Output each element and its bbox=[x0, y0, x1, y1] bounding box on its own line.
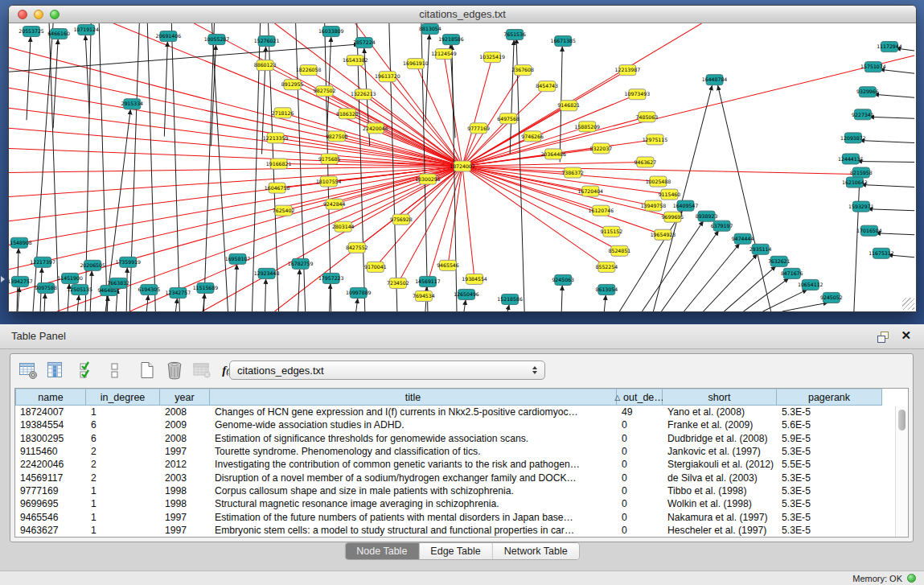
table-row[interactable]: 946554611997Estimation of the future num… bbox=[15, 510, 908, 523]
svg-text:8912955: 8912955 bbox=[281, 81, 304, 87]
tab-node-table[interactable]: Node Table bbox=[345, 543, 419, 559]
table-vertical-scrollbar[interactable] bbox=[895, 406, 908, 537]
table-row[interactable]: 969969511998Structural magnetic resonanc… bbox=[15, 497, 908, 510]
svg-text:11548908: 11548908 bbox=[9, 240, 32, 245]
svg-text:16782759: 16782759 bbox=[288, 261, 314, 266]
svg-text:9777169: 9777169 bbox=[467, 126, 490, 131]
cell: 0 bbox=[617, 459, 663, 470]
table-panel-body: f(x) citations_edges.txt namein_degreeye… bbox=[10, 353, 914, 542]
table-selector-dropdown[interactable]: citations_edges.txt bbox=[229, 360, 545, 380]
cell: 5.3E-5 bbox=[777, 472, 882, 484]
svg-text:18226058: 18226058 bbox=[296, 67, 322, 72]
cell: 14569117 bbox=[15, 472, 86, 484]
delete-selected-icon[interactable] bbox=[163, 360, 185, 381]
svg-text:20364486: 20364486 bbox=[540, 151, 566, 157]
svg-text:11451900: 11451900 bbox=[57, 275, 83, 281]
table-row[interactable]: 1456911722003Disruption of a novel membe… bbox=[15, 471, 908, 484]
svg-text:18107554: 18107554 bbox=[316, 179, 342, 184]
svg-text:16961910: 16961910 bbox=[403, 60, 429, 66]
cell: Tourette syndrome. Phenomenology and cla… bbox=[210, 446, 617, 457]
svg-text:16033809: 16033809 bbox=[318, 28, 344, 34]
cell: Genome-wide association studies in ADHD. bbox=[210, 419, 617, 431]
svg-text:9463627: 9463627 bbox=[634, 159, 657, 165]
svg-text:18300295: 18300295 bbox=[415, 176, 441, 182]
svg-text:16210643: 16210643 bbox=[842, 179, 868, 185]
table-row[interactable]: 911546021997Tourette syndrome. Phenomeno… bbox=[15, 445, 908, 458]
cell: 1997 bbox=[160, 446, 210, 457]
svg-text:9245063: 9245063 bbox=[552, 277, 574, 282]
svg-text:19654923: 19654923 bbox=[651, 232, 676, 237]
svg-text:9115460: 9115460 bbox=[659, 192, 681, 197]
column-header[interactable]: short bbox=[663, 389, 777, 406]
tab-network-table[interactable]: Network Table bbox=[493, 543, 579, 559]
close-panel-icon[interactable]: ✕ bbox=[901, 328, 911, 342]
svg-text:18724007: 18724007 bbox=[450, 163, 475, 169]
svg-text:8427552: 8427552 bbox=[346, 245, 368, 250]
tab-edge-table[interactable]: Edge Table bbox=[419, 543, 492, 559]
network-window-title: citations_edges.txt bbox=[9, 6, 916, 23]
clear-row-selection-icon[interactable] bbox=[104, 360, 125, 381]
cell: Investigating the contribution of common… bbox=[210, 459, 617, 470]
memory-status-indicator-icon[interactable] bbox=[907, 574, 916, 583]
cell: Tibbo et al. (1998) bbox=[663, 485, 777, 496]
svg-text:20206505: 20206505 bbox=[80, 262, 105, 268]
svg-text:12650496: 12650496 bbox=[454, 291, 479, 297]
cell: 0 bbox=[617, 485, 663, 496]
cell: 9463627 bbox=[15, 525, 86, 536]
cell: 0 bbox=[617, 472, 663, 484]
table-row[interactable]: 1872400712008Changes of HCN gene express… bbox=[15, 406, 908, 418]
cell: 2 bbox=[86, 472, 160, 484]
svg-text:20691406: 20691406 bbox=[156, 33, 182, 39]
table-row[interactable]: 2242004622012Investigating the contribut… bbox=[15, 458, 908, 471]
table-row[interactable]: 1938455462009Genome-wide association stu… bbox=[15, 418, 908, 431]
close-traffic-light-icon[interactable] bbox=[18, 10, 27, 19]
svg-text:9827508: 9827508 bbox=[326, 134, 348, 139]
svg-text:6497568: 6497568 bbox=[497, 116, 519, 122]
table-row[interactable]: 946362711997Embryonic stem cells: a mode… bbox=[15, 524, 908, 537]
citation-network-graph[interactable]: 2055372564661601071912420691406100552871… bbox=[9, 23, 916, 311]
cell: Stergiakouli et al. (2012) bbox=[663, 459, 777, 470]
table-settings-icon[interactable] bbox=[17, 360, 39, 381]
float-panel-icon[interactable] bbox=[877, 331, 890, 347]
column-header[interactable]: title bbox=[210, 389, 617, 406]
svg-text:10325419: 10325419 bbox=[479, 54, 505, 60]
svg-text:6379197: 6379197 bbox=[711, 223, 733, 229]
scrollbar-thumb[interactable] bbox=[898, 410, 906, 431]
cell: 9115460 bbox=[15, 446, 86, 457]
cell: Structural magnetic resonance image aver… bbox=[210, 498, 617, 509]
column-header[interactable]: in_degree bbox=[86, 389, 160, 406]
svg-text:13942757: 13942757 bbox=[9, 278, 33, 284]
svg-text:8524851: 8524851 bbox=[609, 248, 631, 253]
column-header[interactable]: △out_de… bbox=[617, 389, 663, 406]
svg-text:16958107: 16958107 bbox=[225, 256, 251, 262]
select-all-rows-icon[interactable] bbox=[76, 360, 98, 381]
svg-text:12213359: 12213359 bbox=[263, 135, 289, 141]
network-graph-canvas[interactable]: 2055372564661601071912420691406100552871… bbox=[9, 23, 916, 311]
svg-text:10654112: 10654112 bbox=[798, 282, 823, 287]
svg-text:17016504: 17016504 bbox=[856, 228, 882, 233]
column-header[interactable]: pagerank bbox=[777, 389, 882, 406]
column-header[interactable]: name bbox=[15, 389, 86, 406]
minimize-traffic-light-icon[interactable] bbox=[34, 10, 43, 19]
cell: 5.3E-5 bbox=[777, 498, 882, 509]
cell: 5.3E-5 bbox=[777, 512, 882, 523]
table-row[interactable]: 1830029562008Estimation of significance … bbox=[15, 432, 908, 445]
table-row[interactable]: 977716911998Corpus callosum shape and si… bbox=[15, 484, 908, 497]
new-table-icon[interactable] bbox=[136, 360, 158, 381]
node-table: namein_degreeyeartitle△out_de…shortpager… bbox=[14, 388, 909, 538]
panel-collapse-arrow-icon[interactable] bbox=[1, 276, 8, 282]
network-window-titlebar[interactable]: citations_edges.txt bbox=[9, 6, 916, 23]
svg-text:9756928: 9756928 bbox=[390, 216, 413, 222]
show-columns-icon[interactable] bbox=[44, 360, 66, 381]
cell: Nakamura et al. (1997) bbox=[663, 512, 777, 523]
svg-text:10997889: 10997889 bbox=[346, 290, 372, 295]
window-resize-grip[interactable] bbox=[902, 298, 914, 310]
column-header[interactable]: year bbox=[160, 389, 210, 406]
cell: 2 bbox=[86, 459, 160, 470]
cell: 0 bbox=[617, 419, 663, 431]
svg-text:2915334: 2915334 bbox=[121, 101, 143, 106]
zoom-traffic-light-icon[interactable] bbox=[50, 10, 60, 19]
cytoscape-desktop: citations_edges.txt 20553725646616010719… bbox=[0, 0, 924, 324]
cell: 6 bbox=[86, 433, 160, 444]
svg-text:16720404: 16720404 bbox=[578, 188, 604, 194]
